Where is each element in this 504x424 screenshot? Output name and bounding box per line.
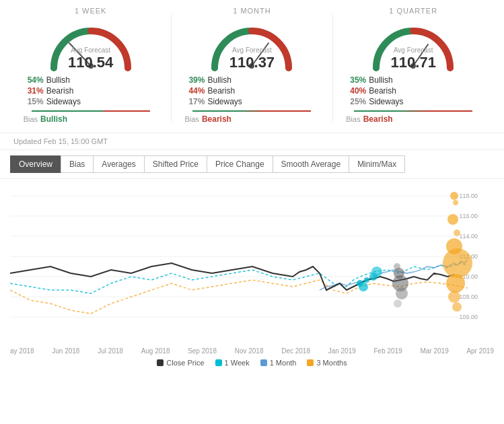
sideways-pct-1week: 15% [24,97,44,106]
tab-bias[interactable]: Bias [61,155,94,173]
forecast-1quarter-title: 1 QUARTER [339,7,487,15]
legend-1month-icon [260,359,267,366]
sideways-stat-1month: 17% Sideways [184,97,242,106]
legend-1month: 1 Month [260,359,297,367]
svg-point-22 [364,277,369,283]
bullish-stat-1week: 54% Bullish [24,75,70,85]
sideways-label-1quarter: Sideways [369,97,403,106]
svg-point-36 [446,274,465,293]
svg-point-28 [396,287,408,299]
bias-text-1quarter: Bias [346,115,360,123]
stats-rows-1week: 54% Bullish 31% Bearish 15% Sideways [17,71,165,110]
forecast-1month-title: 1 MONTH [178,7,326,15]
gauge-1month-label: Avg Forecast 110.37 [229,46,275,71]
forecast-1month: 1 MONTH Avg Forecast 110.37 39% Bullish [178,7,326,129]
sideways-stat-1week: 15% Sideways [24,97,81,106]
tab-overview[interactable]: Overview [10,155,61,173]
bullish-pct-1month: 39% [184,75,205,85]
stats-rows-1month: 39% Bullish 44% Bearish 17% Sideways [178,71,326,110]
bearish-stat-1month: 44% Bearish [184,86,235,96]
tab-averages[interactable]: Averages [93,155,144,173]
x-label-9: Mar 2019 [420,347,448,355]
legend-close-price: Close Price [157,359,204,367]
sideways-label-1month: Sideways [207,97,242,106]
updated-text: Updated Feb 15, 15:00 GMT [13,137,108,145]
x-label-3: Aug 2018 [141,347,170,355]
bullish-label-1quarter: Bullish [369,75,392,85]
x-label-8: Feb 2019 [374,347,402,355]
bias-text-1month: Bias [184,115,199,123]
bearish-label-1quarter: Bearish [369,86,396,96]
updated-row: Updated Feb 15, 15:00 GMT [0,133,504,150]
bias-value-1week: Bullish [40,114,67,124]
sideways-pct-1quarter: 25% [346,97,366,106]
x-label-4: Sep 2018 [188,347,217,355]
avg-value-1month: 110.37 [229,54,275,71]
divider-2 [332,13,333,122]
bias-text-1week: Bias [24,115,38,123]
x-label-0: ay 2018 [10,347,34,355]
bearish-stat-1week: 31% Bearish [24,86,74,96]
tab-smooth-average[interactable]: Smooth Average [273,155,350,173]
gauge-1week-label: Avg Forecast 110.54 [68,46,113,71]
x-label-7: Jan 2019 [328,347,356,355]
bias-1quarter: Bias Bearish [339,114,487,129]
stats-rows-1quarter: 35% Bullish 40% Bearish 25% Sideways [339,71,487,110]
x-label-1: Jun 2018 [52,347,79,355]
legend-3months: 3 Months [307,359,347,367]
bullish-pct-1week: 54% [24,75,44,85]
gauge-1month: Avg Forecast 110.37 [205,17,299,71]
avg-text-1month: Avg Forecast [229,46,275,54]
bias-1month: Bias Bearish [178,114,326,129]
legend-row: Close Price 1 Week 1 Month 3 Months [0,356,504,371]
bullish-stat-1quarter: 35% Bullish [346,75,392,85]
svg-point-24 [371,267,382,277]
svg-point-33 [454,229,460,236]
stats-1quarter: 35% Bullish 40% Bearish 25% Sideways Bia… [339,71,487,129]
legend-1week-icon [215,359,222,366]
bullish-stat-1month: 39% Bullish [184,75,231,85]
main-chart: 118.00 116.00 114.00 112.00 110.00 108.0… [10,186,481,334]
bias-1week: Bias Bullish [17,114,165,129]
gauge-1quarter-label: Avg Forecast 110.71 [391,46,436,71]
svg-point-35 [443,248,472,278]
gauge-1quarter: Avg Forecast 110.71 [366,17,460,71]
bearish-pct-1quarter: 40% [346,86,366,96]
tab-minim-max[interactable]: Minim/Max [349,155,405,173]
forecast-1quarter: 1 QUARTER Avg Forecast 110.71 35% Bullis… [339,7,487,129]
svg-point-30 [450,192,458,200]
avg-text-1quarter: Avg Forecast [391,46,436,54]
tab-price-change[interactable]: Price Change [207,155,273,173]
bias-value-1quarter: Bearish [363,114,393,124]
legend-1week: 1 Week [215,359,250,367]
bearish-pct-1month: 44% [184,86,205,96]
forecast-1week: 1 WEEK Avg Forecast 110.54 54% [17,7,165,129]
svg-point-32 [447,214,458,225]
svg-point-29 [394,299,402,308]
tabs-row: Overview Bias Averages Shifted Price Pri… [0,150,504,179]
legend-close-price-label: Close Price [166,359,204,367]
avg-text-1week: Avg Forecast [68,46,113,54]
stats-1month: 39% Bullish 44% Bearish 17% Sideways Bia… [178,71,326,129]
avg-value-1quarter: 110.71 [391,54,436,71]
bullish-pct-1quarter: 35% [346,75,366,85]
legend-1week-label: 1 Week [225,359,250,367]
chart-area: 118.00 116.00 114.00 112.00 110.00 108.0… [0,179,504,347]
x-label-10: Apr 2019 [466,347,494,355]
bullish-label-1month: Bullish [207,75,231,85]
x-label-6: Dec 2018 [281,347,310,355]
bearish-label-1month: Bearish [207,86,235,96]
forecast-1week-title: 1 WEEK [17,7,165,15]
stats-1week: 54% Bullish 31% Bearish 15% Sideways Bia… [17,71,165,129]
avg-value-1week: 110.54 [68,54,113,71]
legend-3months-label: 3 Months [316,359,347,367]
bearish-pct-1week: 31% [24,86,44,96]
legend-1month-label: 1 Month [270,359,297,367]
svg-point-37 [448,291,460,303]
x-axis: ay 2018 Jun 2018 Jul 2018 Aug 2018 Sep 2… [0,347,504,356]
svg-point-38 [452,302,462,312]
bias-value-1month: Bearish [202,114,231,124]
sideways-pct-1month: 17% [184,97,205,106]
tab-shifted-price[interactable]: Shifted Price [144,155,207,173]
divider-1 [171,13,172,122]
